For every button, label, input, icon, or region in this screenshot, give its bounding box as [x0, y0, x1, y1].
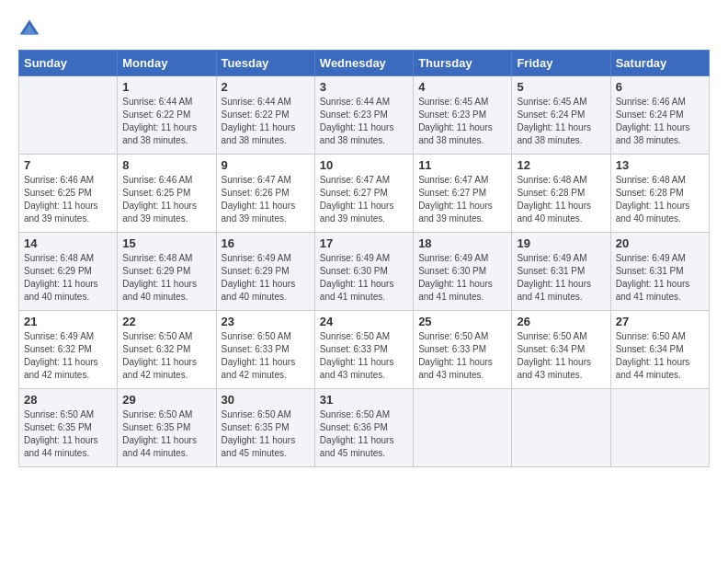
day-header-tuesday: Tuesday	[216, 51, 314, 76]
calendar-cell: 18Sunrise: 6:49 AM Sunset: 6:30 PM Dayli…	[414, 233, 512, 311]
calendar-cell: 31Sunrise: 6:50 AM Sunset: 6:36 PM Dayli…	[314, 389, 413, 467]
calendar-cell: 1Sunrise: 6:44 AM Sunset: 6:22 PM Daylig…	[118, 76, 216, 155]
day-info: Sunrise: 6:46 AM Sunset: 6:25 PM Dayligh…	[122, 174, 210, 225]
calendar-cell: 22Sunrise: 6:50 AM Sunset: 6:32 PM Dayli…	[118, 311, 216, 389]
calendar-cell: 13Sunrise: 6:48 AM Sunset: 6:28 PM Dayli…	[610, 155, 709, 233]
calendar-cell: 15Sunrise: 6:48 AM Sunset: 6:29 PM Dayli…	[118, 233, 216, 311]
calendar-cell: 6Sunrise: 6:46 AM Sunset: 6:24 PM Daylig…	[610, 76, 709, 155]
calendar-cell: 8Sunrise: 6:46 AM Sunset: 6:25 PM Daylig…	[118, 155, 216, 233]
day-info: Sunrise: 6:50 AM Sunset: 6:35 PM Dayligh…	[122, 408, 210, 460]
day-info: Sunrise: 6:49 AM Sunset: 6:30 PM Dayligh…	[320, 252, 408, 304]
week-row-2: 7Sunrise: 6:46 AM Sunset: 6:25 PM Daylig…	[19, 155, 710, 233]
calendar-cell: 4Sunrise: 6:45 AM Sunset: 6:23 PM Daylig…	[414, 76, 512, 155]
day-number: 10	[320, 158, 408, 172]
day-number: 25	[418, 315, 506, 328]
calendar-cell: 3Sunrise: 6:44 AM Sunset: 6:23 PM Daylig…	[314, 76, 413, 155]
days-header-row: SundayMondayTuesdayWednesdayThursdayFrid…	[19, 51, 710, 76]
calendar-cell: 16Sunrise: 6:49 AM Sunset: 6:29 PM Dayli…	[216, 233, 314, 311]
day-info: Sunrise: 6:47 AM Sunset: 6:26 PM Dayligh…	[222, 174, 310, 225]
day-info: Sunrise: 6:50 AM Sunset: 6:32 PM Dayligh…	[122, 330, 210, 382]
day-number: 21	[24, 315, 112, 328]
day-number: 6	[616, 80, 704, 94]
day-number: 2	[222, 80, 310, 94]
day-header-sunday: Sunday	[19, 51, 118, 76]
day-info: Sunrise: 6:45 AM Sunset: 6:24 PM Dayligh…	[517, 96, 605, 147]
day-info: Sunrise: 6:50 AM Sunset: 6:35 PM Dayligh…	[222, 408, 310, 460]
day-number: 17	[320, 236, 408, 250]
week-row-1: 1Sunrise: 6:44 AM Sunset: 6:22 PM Daylig…	[19, 76, 710, 155]
calendar-cell: 30Sunrise: 6:50 AM Sunset: 6:35 PM Dayli…	[216, 389, 314, 467]
calendar-cell: 9Sunrise: 6:47 AM Sunset: 6:26 PM Daylig…	[216, 155, 314, 233]
day-number: 29	[122, 393, 210, 407]
calendar-cell: 25Sunrise: 6:50 AM Sunset: 6:33 PM Dayli…	[414, 311, 512, 389]
calendar-table: SundayMondayTuesdayWednesdayThursdayFrid…	[18, 50, 710, 467]
calendar-cell	[512, 389, 610, 467]
day-header-friday: Friday	[512, 51, 610, 76]
day-info: Sunrise: 6:49 AM Sunset: 6:31 PM Dayligh…	[517, 252, 605, 304]
day-number: 4	[418, 80, 506, 94]
day-info: Sunrise: 6:48 AM Sunset: 6:29 PM Dayligh…	[24, 252, 112, 304]
week-row-3: 14Sunrise: 6:48 AM Sunset: 6:29 PM Dayli…	[19, 233, 710, 311]
day-number: 3	[320, 80, 408, 94]
day-info: Sunrise: 6:47 AM Sunset: 6:27 PM Dayligh…	[418, 174, 506, 225]
day-number: 22	[122, 315, 210, 328]
day-number: 31	[320, 393, 408, 407]
calendar-cell: 12Sunrise: 6:48 AM Sunset: 6:28 PM Dayli…	[512, 155, 610, 233]
day-info: Sunrise: 6:50 AM Sunset: 6:35 PM Dayligh…	[24, 408, 112, 460]
week-row-4: 21Sunrise: 6:49 AM Sunset: 6:32 PM Dayli…	[19, 311, 710, 389]
day-number: 8	[122, 158, 210, 172]
day-info: Sunrise: 6:46 AM Sunset: 6:25 PM Dayligh…	[24, 174, 112, 225]
day-number: 26	[517, 315, 605, 328]
calendar-cell: 7Sunrise: 6:46 AM Sunset: 6:25 PM Daylig…	[19, 155, 118, 233]
day-info: Sunrise: 6:48 AM Sunset: 6:28 PM Dayligh…	[616, 174, 704, 225]
page-header	[18, 18, 710, 40]
calendar-cell	[19, 76, 118, 155]
calendar-cell: 19Sunrise: 6:49 AM Sunset: 6:31 PM Dayli…	[512, 233, 610, 311]
day-info: Sunrise: 6:49 AM Sunset: 6:30 PM Dayligh…	[418, 252, 506, 304]
logo-icon	[18, 18, 40, 40]
day-number: 1	[122, 80, 210, 94]
calendar-cell	[414, 389, 512, 467]
day-info: Sunrise: 6:44 AM Sunset: 6:22 PM Dayligh…	[122, 96, 210, 147]
day-info: Sunrise: 6:49 AM Sunset: 6:31 PM Dayligh…	[616, 252, 704, 304]
day-number: 30	[222, 393, 310, 407]
logo	[18, 18, 44, 40]
calendar-cell: 5Sunrise: 6:45 AM Sunset: 6:24 PM Daylig…	[512, 76, 610, 155]
day-number: 24	[320, 315, 408, 328]
calendar-cell: 21Sunrise: 6:49 AM Sunset: 6:32 PM Dayli…	[19, 311, 118, 389]
day-number: 11	[418, 158, 506, 172]
day-info: Sunrise: 6:46 AM Sunset: 6:24 PM Dayligh…	[616, 96, 704, 147]
day-number: 19	[517, 236, 605, 250]
day-info: Sunrise: 6:45 AM Sunset: 6:23 PM Dayligh…	[418, 96, 506, 147]
day-info: Sunrise: 6:48 AM Sunset: 6:28 PM Dayligh…	[517, 174, 605, 225]
day-number: 20	[616, 236, 704, 250]
calendar-cell: 10Sunrise: 6:47 AM Sunset: 6:27 PM Dayli…	[314, 155, 413, 233]
day-number: 15	[122, 236, 210, 250]
day-number: 13	[616, 158, 704, 172]
day-info: Sunrise: 6:47 AM Sunset: 6:27 PM Dayligh…	[320, 174, 408, 225]
calendar-cell: 11Sunrise: 6:47 AM Sunset: 6:27 PM Dayli…	[414, 155, 512, 233]
calendar-cell	[610, 389, 709, 467]
day-info: Sunrise: 6:48 AM Sunset: 6:29 PM Dayligh…	[122, 252, 210, 304]
day-number: 28	[24, 393, 112, 407]
calendar-cell: 28Sunrise: 6:50 AM Sunset: 6:35 PM Dayli…	[19, 389, 118, 467]
calendar-cell: 27Sunrise: 6:50 AM Sunset: 6:34 PM Dayli…	[610, 311, 709, 389]
day-number: 23	[222, 315, 310, 328]
day-number: 5	[517, 80, 605, 94]
calendar-cell: 2Sunrise: 6:44 AM Sunset: 6:22 PM Daylig…	[216, 76, 314, 155]
day-header-monday: Monday	[118, 51, 216, 76]
day-info: Sunrise: 6:50 AM Sunset: 6:36 PM Dayligh…	[320, 408, 408, 460]
day-header-saturday: Saturday	[610, 51, 709, 76]
calendar-cell: 17Sunrise: 6:49 AM Sunset: 6:30 PM Dayli…	[314, 233, 413, 311]
calendar-cell: 29Sunrise: 6:50 AM Sunset: 6:35 PM Dayli…	[118, 389, 216, 467]
day-number: 18	[418, 236, 506, 250]
day-number: 9	[222, 158, 310, 172]
day-info: Sunrise: 6:50 AM Sunset: 6:33 PM Dayligh…	[222, 330, 310, 382]
day-info: Sunrise: 6:49 AM Sunset: 6:29 PM Dayligh…	[222, 252, 310, 304]
calendar-cell: 14Sunrise: 6:48 AM Sunset: 6:29 PM Dayli…	[19, 233, 118, 311]
day-number: 7	[24, 158, 112, 172]
day-info: Sunrise: 6:50 AM Sunset: 6:33 PM Dayligh…	[320, 330, 408, 382]
calendar-cell: 20Sunrise: 6:49 AM Sunset: 6:31 PM Dayli…	[610, 233, 709, 311]
day-info: Sunrise: 6:49 AM Sunset: 6:32 PM Dayligh…	[24, 330, 112, 382]
day-number: 12	[517, 158, 605, 172]
